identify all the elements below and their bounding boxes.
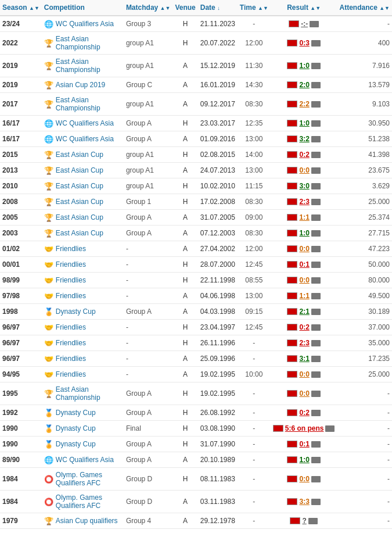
score-link[interactable]: 3:2	[299, 135, 309, 143]
score-link[interactable]: 0:1	[299, 260, 309, 269]
score-link[interactable]: 3:1	[299, 355, 309, 363]
competition-link[interactable]: WC Qualifiers Asia	[56, 20, 114, 28]
competition-link[interactable]: WC Qualifiers Asia	[56, 456, 114, 464]
score-link[interactable]: 0:0	[299, 475, 309, 483]
competition-link[interactable]: Olymp. Games Qualifiers AFC	[56, 493, 121, 510]
competition-link[interactable]: Friendlies	[56, 260, 86, 269]
score-link[interactable]: -:-	[301, 20, 308, 28]
col-time[interactable]: Time ▲▼	[238, 0, 271, 16]
competition-link[interactable]: East Asian Championship	[56, 58, 121, 74]
col-season[interactable]: Season ▲▼	[0, 0, 42, 16]
flag-home	[287, 135, 297, 142]
competition-link[interactable]: Dynasty Cup	[56, 409, 96, 417]
competition-link[interactable]: East Asian Championship	[56, 35, 121, 51]
result-cell: 0:2	[271, 147, 337, 163]
score-link[interactable]: 3:0	[299, 182, 309, 190]
score-link[interactable]: 2:2	[299, 100, 309, 108]
matchday-cell: Group D	[124, 468, 173, 491]
competition-link[interactable]: Olymp. Games Qualifiers AFC	[56, 471, 121, 487]
competition-link[interactable]: East Asian Cup	[56, 166, 103, 174]
score-link[interactable]: 2:3	[299, 198, 309, 206]
competition-link[interactable]: Dynasty Cup	[56, 440, 96, 448]
competition-link[interactable]: East Asian Championship	[56, 96, 121, 112]
season-cell: 1998	[0, 304, 42, 320]
time-cell: 12:00	[238, 241, 271, 257]
result-cell: 0:0	[271, 468, 337, 491]
video-icon	[310, 21, 319, 27]
attendance-cell: -	[337, 16, 392, 32]
col-matchday[interactable]: Matchday ▲▼	[124, 0, 173, 16]
flag-home	[287, 409, 297, 416]
score-link[interactable]: 1:1	[299, 213, 309, 221]
score-link[interactable]: 0:0	[299, 245, 309, 253]
competition-link[interactable]: Friendlies	[56, 370, 86, 378]
date-cell: 03.08.1990	[198, 421, 238, 437]
competition-link[interactable]: Dynasty Cup	[56, 307, 96, 316]
score-link[interactable]: 1:0	[299, 62, 309, 70]
competition-link[interactable]: East Asian Cup	[56, 198, 103, 206]
attendance-cell: 25.000	[337, 367, 392, 382]
date-cell: 31.07.1990	[198, 437, 238, 452]
competition-link[interactable]: Dynasty Cup	[56, 424, 96, 432]
competition-icon: 🏆	[44, 197, 53, 206]
score-link[interactable]: 1:0	[299, 456, 309, 464]
season-cell: 96/97	[0, 351, 42, 367]
score-link[interactable]: 0:0	[299, 276, 309, 284]
time-cell: -	[238, 513, 271, 529]
result-cell: 2:1	[271, 304, 337, 320]
competition-link[interactable]: WC Qualifiers Asia	[56, 135, 114, 143]
matchday-cell: -	[124, 257, 173, 273]
score-link[interactable]: 0:3	[299, 39, 309, 47]
date-cell: 24.07.2013	[198, 163, 238, 178]
score-link[interactable]: 0:0	[299, 370, 309, 378]
time-cell: -	[238, 452, 271, 468]
competition-link[interactable]: East Asian Cup	[56, 151, 103, 159]
competition-link[interactable]: East Asian Cup	[56, 229, 103, 237]
score-link[interactable]: 3:3	[299, 498, 309, 506]
competition-link[interactable]: Friendlies	[56, 355, 86, 363]
competition-link[interactable]: Friendlies	[56, 339, 86, 347]
competition-link[interactable]: WC Qualifiers Asia	[56, 119, 114, 127]
date-cell: 07.12.2003	[198, 226, 238, 241]
competition-link[interactable]: Friendlies	[56, 276, 86, 284]
col-competition[interactable]: Competition	[42, 0, 124, 16]
col-venue[interactable]: Venue	[172, 0, 197, 16]
score-link[interactable]: 0:2	[299, 151, 309, 159]
score-link[interactable]: 2:0	[299, 81, 309, 89]
competition-link[interactable]: Friendlies	[56, 292, 86, 300]
col-date[interactable]: Date ↓	[198, 0, 238, 16]
score-link[interactable]: 0:2	[299, 323, 309, 331]
table-row: 16/17🌐WC Qualifiers AsiaGroup AH23.03.20…	[0, 116, 392, 131]
competition-link[interactable]: East Asian Championship	[56, 385, 121, 402]
col-attendance[interactable]: Attendance ▲▼	[337, 0, 392, 16]
score-link[interactable]: 0:2	[299, 409, 309, 417]
competition-icon: 🏆	[44, 99, 53, 109]
score-link[interactable]: 0:0	[299, 166, 309, 174]
score-link[interactable]: 1:1	[299, 292, 309, 300]
time-cell: -	[238, 351, 271, 367]
date-cell: 03.11.1983	[198, 491, 238, 513]
table-row: 96/97🤝Friendlies-H26.11.1996-2:335.000	[0, 335, 392, 351]
score-link[interactable]: 0:0	[299, 389, 309, 398]
matchday-cell: -	[124, 335, 173, 351]
video-icon	[311, 199, 321, 205]
score-link[interactable]: 5:6 on pens	[285, 424, 324, 432]
competition-link[interactable]: East Asian Cup	[56, 182, 103, 190]
score-link[interactable]: 1:0	[299, 119, 309, 127]
competition-link[interactable]: Friendlies	[56, 245, 86, 253]
competition-link[interactable]: Friendlies	[56, 323, 86, 331]
score-link[interactable]: 1:0	[299, 229, 309, 237]
col-result[interactable]: Result ▲▼	[271, 0, 337, 16]
season-cell: 96/97	[0, 320, 42, 335]
score-link[interactable]: 2:1	[299, 307, 309, 316]
score-link[interactable]: ?	[302, 517, 306, 525]
competition-link[interactable]: Asian Cup qualifiers	[56, 517, 118, 525]
matchday-cell: Group C	[124, 77, 173, 93]
competition-link[interactable]: East Asian Cup	[56, 213, 103, 221]
score-link[interactable]: 0:1	[299, 440, 309, 448]
score-link[interactable]: 2:3	[299, 339, 309, 347]
competition-link[interactable]: Asian Cup 2019	[56, 81, 105, 89]
competition-icon: ⭕	[44, 497, 53, 506]
flag-home	[287, 198, 297, 205]
video-icon	[311, 183, 321, 189]
